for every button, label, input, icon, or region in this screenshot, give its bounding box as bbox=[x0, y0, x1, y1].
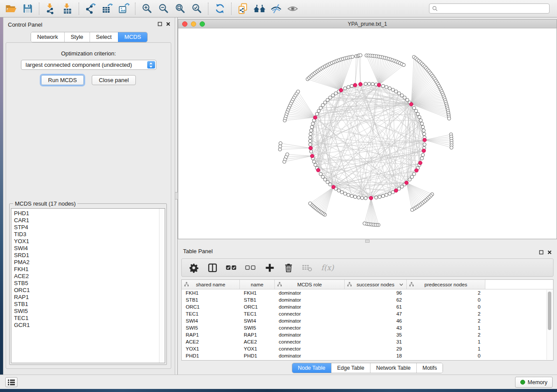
tab-mcds[interactable]: MCDS bbox=[118, 32, 147, 42]
zoom-in-button[interactable] bbox=[139, 2, 154, 15]
mcds-list-scrollbar[interactable] bbox=[159, 209, 165, 363]
export-network-button[interactable] bbox=[83, 2, 98, 15]
table-cell[interactable]: YOX1 bbox=[240, 345, 275, 352]
table-cell[interactable]: TEC1 bbox=[182, 310, 240, 317]
network-canvas[interactable] bbox=[178, 28, 557, 239]
table-row[interactable]: ORC1ORC1dominator610 bbox=[182, 303, 553, 310]
table-cell[interactable]: connector bbox=[275, 338, 345, 345]
table-cell[interactable]: 2 bbox=[407, 317, 485, 324]
gear-button[interactable] bbox=[188, 261, 199, 274]
mcds-result-node[interactable]: ORC1 bbox=[14, 287, 158, 294]
table-cell[interactable]: 0 bbox=[407, 296, 485, 303]
memory-button[interactable]: Memory bbox=[515, 377, 553, 388]
run-mcds-button[interactable]: Run MCDS bbox=[41, 75, 84, 85]
network-graph[interactable] bbox=[178, 28, 557, 239]
mcds-result-node[interactable]: SWI5 bbox=[14, 308, 158, 315]
table-row[interactable]: PHD1PHD1dominator180 bbox=[182, 352, 553, 359]
tab-select[interactable]: Select bbox=[90, 32, 118, 42]
mcds-result-node[interactable]: YOX1 bbox=[14, 238, 158, 245]
mcds-result-node[interactable]: CAR1 bbox=[14, 217, 158, 224]
table-scrollbar-thumb[interactable] bbox=[548, 292, 551, 330]
table-cell[interactable]: STB1 bbox=[182, 296, 240, 303]
float-panel-icon[interactable] bbox=[539, 248, 543, 256]
columns-button[interactable] bbox=[207, 261, 218, 274]
table-cell[interactable]: PHD1 bbox=[182, 352, 240, 359]
table-row[interactable]: SWI5SWI5connector431 bbox=[182, 324, 553, 331]
table-row[interactable]: SWI4SWI4dominator462 bbox=[182, 317, 553, 324]
table-cell[interactable]: dominator bbox=[275, 317, 345, 324]
table-cell[interactable]: 2 bbox=[407, 310, 485, 317]
mcds-result-node[interactable]: STB5 bbox=[14, 280, 158, 287]
import-table-button[interactable] bbox=[60, 2, 75, 15]
delete-button[interactable] bbox=[283, 261, 294, 274]
table-row[interactable]: FKH1FKH1dominator962 bbox=[182, 289, 553, 296]
table-cell[interactable]: dominator bbox=[275, 289, 345, 296]
tab-network[interactable]: Network bbox=[31, 32, 64, 42]
horizontal-splitter[interactable] bbox=[178, 239, 557, 244]
column-header-name[interactable]: name bbox=[240, 280, 275, 289]
network-window-titlebar[interactable]: YPA_prune.txt_1 bbox=[178, 19, 557, 28]
column-header-successor-nodes[interactable]: successor nodes bbox=[345, 280, 407, 289]
deselect-all-button[interactable] bbox=[245, 261, 256, 274]
table-cell[interactable]: RAP1 bbox=[182, 331, 240, 338]
table-cell[interactable]: dominator bbox=[275, 296, 345, 303]
table-cell[interactable]: TEC1 bbox=[240, 310, 275, 317]
table-cell[interactable]: connector bbox=[275, 310, 345, 317]
table-cell[interactable]: 96 bbox=[345, 289, 407, 296]
select-all-button[interactable] bbox=[225, 261, 237, 274]
mcds-result-node[interactable]: PMA2 bbox=[14, 259, 158, 266]
table-cell[interactable]: 0 bbox=[407, 352, 485, 359]
table-cell[interactable]: ACE2 bbox=[240, 338, 275, 345]
table-cell[interactable]: SWI4 bbox=[240, 317, 275, 324]
table-cell[interactable]: 18 bbox=[345, 352, 407, 359]
zoom-selected-button[interactable] bbox=[189, 2, 204, 15]
table-cell[interactable]: 62 bbox=[345, 296, 407, 303]
mcds-result-node[interactable]: RAP1 bbox=[14, 294, 158, 301]
table-row[interactable]: RAP1RAP1dominator352 bbox=[182, 331, 553, 338]
zoom-out-button[interactable] bbox=[156, 2, 171, 15]
tab-network-table[interactable]: Network Table bbox=[370, 363, 416, 373]
search-box[interactable] bbox=[429, 3, 550, 14]
import-network-button[interactable] bbox=[43, 2, 58, 15]
mcds-result-node[interactable]: FKH1 bbox=[14, 266, 158, 273]
add-button[interactable] bbox=[264, 261, 275, 274]
table-cell[interactable]: 1 bbox=[407, 338, 485, 345]
table-cell[interactable]: RAP1 bbox=[240, 331, 275, 338]
circular-arrows-button[interactable] bbox=[212, 2, 227, 15]
table-cell[interactable]: YOX1 bbox=[182, 345, 240, 352]
table-row[interactable]: YOX1YOX1connector291 bbox=[182, 345, 553, 352]
eye-slash-button[interactable] bbox=[269, 2, 284, 15]
table-row[interactable]: STB1STB1dominator620 bbox=[182, 296, 553, 303]
table-cell[interactable]: 61 bbox=[345, 303, 407, 310]
table-cell[interactable]: SWI5 bbox=[240, 324, 275, 331]
table-cell[interactable]: 43 bbox=[345, 324, 407, 331]
table-cell[interactable]: 29 bbox=[345, 345, 407, 352]
table-cell[interactable]: 1 bbox=[407, 345, 485, 352]
table-cell[interactable]: SWI4 bbox=[182, 317, 240, 324]
column-header-MCDS-role[interactable]: MCDS role bbox=[275, 280, 345, 289]
table-cell[interactable]: ACE2 bbox=[182, 338, 240, 345]
table-cell[interactable]: 31 bbox=[345, 338, 407, 345]
column-header-shared-name[interactable]: shared name bbox=[182, 280, 240, 289]
mcds-result-node[interactable]: SRD1 bbox=[14, 252, 158, 259]
mcds-result-node[interactable]: PHD1 bbox=[14, 210, 158, 217]
mcds-result-node[interactable]: ACE2 bbox=[14, 273, 158, 280]
optimization-criterion-select[interactable]: largest connected component (undirected) bbox=[21, 60, 156, 70]
table-cell[interactable]: 2 bbox=[407, 289, 485, 296]
table-cell[interactable]: FKH1 bbox=[182, 289, 240, 296]
close-panel-icon[interactable] bbox=[547, 248, 552, 256]
table-cell[interactable]: connector bbox=[275, 345, 345, 352]
table-cell[interactable]: 46 bbox=[345, 317, 407, 324]
table-cell[interactable]: dominator bbox=[275, 352, 345, 359]
table-scrollbar[interactable] bbox=[547, 290, 553, 360]
close-panel-button[interactable]: Close panel bbox=[92, 75, 136, 85]
table-cell[interactable]: 35 bbox=[345, 331, 407, 338]
tab-node-table[interactable]: Node Table bbox=[292, 363, 331, 373]
table-cell[interactable]: 47 bbox=[345, 310, 407, 317]
float-panel-icon[interactable] bbox=[158, 22, 162, 26]
close-panel-icon[interactable] bbox=[166, 22, 170, 26]
table-cell[interactable]: dominator bbox=[275, 331, 345, 338]
vertical-splitter[interactable] bbox=[175, 17, 178, 375]
mcds-result-node[interactable]: STP4 bbox=[14, 224, 158, 231]
zoom-fit-button[interactable] bbox=[173, 2, 187, 15]
